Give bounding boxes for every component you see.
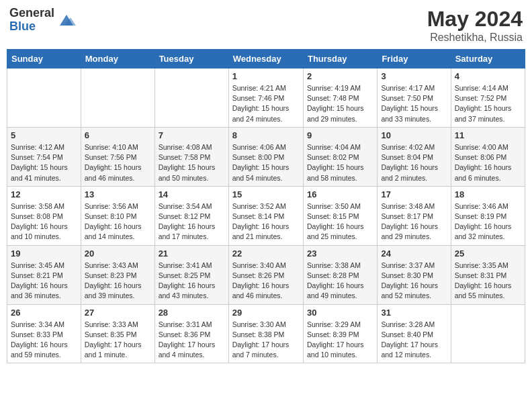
calendar-cell: 20Sunrise: 3:43 AMSunset: 8:23 PMDayligh…: [81, 245, 154, 304]
weekday-header-saturday: Saturday: [451, 50, 525, 68]
calendar-cell: 29Sunrise: 3:30 AMSunset: 8:38 PMDayligh…: [228, 304, 303, 363]
calendar-cell: 21Sunrise: 3:41 AMSunset: 8:25 PMDayligh…: [154, 245, 228, 304]
title-block: May 2024 Reshetikha, Russia: [427, 7, 523, 44]
day-number: 16: [307, 189, 373, 199]
weekday-header-monday: Monday: [81, 50, 154, 68]
calendar-cell: 22Sunrise: 3:40 AMSunset: 8:26 PMDayligh…: [228, 245, 303, 304]
logo-icon: [57, 11, 76, 30]
day-info: Sunrise: 4:21 AMSunset: 7:46 PMDaylight:…: [232, 83, 300, 124]
calendar-cell: 26Sunrise: 3:34 AMSunset: 8:33 PMDayligh…: [7, 304, 81, 363]
calendar-cell: 8Sunrise: 4:06 AMSunset: 8:00 PMDaylight…: [228, 127, 303, 186]
calendar-cell: 15Sunrise: 3:52 AMSunset: 8:14 PMDayligh…: [228, 186, 303, 245]
day-number: 17: [381, 189, 447, 199]
day-info: Sunrise: 4:19 AMSunset: 7:48 PMDaylight:…: [307, 83, 373, 124]
day-info: Sunrise: 4:06 AMSunset: 8:00 PMDaylight:…: [232, 142, 300, 183]
weekday-header-wednesday: Wednesday: [228, 50, 303, 68]
day-number: 13: [85, 189, 151, 199]
day-number: 26: [11, 308, 77, 318]
calendar-cell: 6Sunrise: 4:10 AMSunset: 7:56 PMDaylight…: [81, 127, 154, 186]
day-number: 21: [159, 248, 225, 259]
day-info: Sunrise: 3:30 AMSunset: 8:38 PMDaylight:…: [232, 320, 300, 361]
weekday-header-row: SundayMondayTuesdayWednesdayThursdayFrid…: [7, 50, 525, 68]
day-number: 6: [85, 130, 151, 140]
day-number: 24: [381, 248, 447, 259]
day-number: 19: [11, 248, 77, 259]
day-info: Sunrise: 3:35 AMSunset: 8:31 PMDaylight:…: [455, 261, 521, 302]
day-info: Sunrise: 3:37 AMSunset: 8:30 PMDaylight:…: [381, 261, 447, 302]
calendar-cell: 3Sunrise: 4:17 AMSunset: 7:50 PMDaylight…: [378, 68, 451, 128]
logo: General Blue: [9, 7, 76, 34]
day-number: 30: [307, 308, 373, 318]
calendar-cell: [7, 68, 81, 128]
day-info: Sunrise: 4:04 AMSunset: 8:02 PMDaylight:…: [307, 142, 373, 183]
day-number: 27: [85, 308, 151, 318]
day-number: 12: [11, 189, 77, 199]
day-number: 10: [381, 130, 447, 140]
day-number: 8: [232, 130, 300, 140]
day-info: Sunrise: 3:41 AMSunset: 8:25 PMDaylight:…: [159, 261, 225, 302]
day-info: Sunrise: 3:45 AMSunset: 8:21 PMDaylight:…: [11, 261, 77, 302]
calendar-cell: 17Sunrise: 3:48 AMSunset: 8:17 PMDayligh…: [378, 186, 451, 245]
calendar-cell: 2Sunrise: 4:19 AMSunset: 7:48 PMDaylight…: [303, 68, 377, 128]
day-info: Sunrise: 3:34 AMSunset: 8:33 PMDaylight:…: [11, 320, 77, 361]
calendar-cell: [81, 68, 154, 128]
calendar-cell: 14Sunrise: 3:54 AMSunset: 8:12 PMDayligh…: [154, 186, 228, 245]
calendar-week-1: 1Sunrise: 4:21 AMSunset: 7:46 PMDaylight…: [7, 68, 525, 128]
day-number: 9: [307, 130, 373, 140]
calendar-table: SundayMondayTuesdayWednesdayThursdayFrid…: [7, 49, 525, 363]
calendar-cell: 16Sunrise: 3:50 AMSunset: 8:15 PMDayligh…: [303, 186, 377, 245]
day-info: Sunrise: 3:28 AMSunset: 8:40 PMDaylight:…: [381, 320, 447, 361]
day-number: 14: [159, 189, 225, 199]
calendar-week-4: 19Sunrise: 3:45 AMSunset: 8:21 PMDayligh…: [7, 245, 525, 304]
calendar-week-2: 5Sunrise: 4:12 AMSunset: 7:54 PMDaylight…: [7, 127, 525, 186]
calendar-cell: 23Sunrise: 3:38 AMSunset: 8:28 PMDayligh…: [303, 245, 377, 304]
day-number: 15: [232, 189, 300, 199]
calendar-cell: 19Sunrise: 3:45 AMSunset: 8:21 PMDayligh…: [7, 245, 81, 304]
day-number: 2: [307, 71, 373, 81]
day-info: Sunrise: 3:56 AMSunset: 8:10 PMDaylight:…: [85, 201, 151, 242]
logo-general-text: General: [9, 7, 54, 20]
day-number: 23: [307, 248, 373, 259]
day-info: Sunrise: 3:58 AMSunset: 8:08 PMDaylight:…: [11, 201, 77, 242]
logo-blue-text: Blue: [9, 20, 54, 34]
day-number: 18: [455, 189, 521, 199]
day-info: Sunrise: 3:54 AMSunset: 8:12 PMDaylight:…: [159, 201, 225, 242]
calendar-cell: [451, 304, 525, 363]
day-number: 11: [455, 130, 521, 140]
calendar-cell: [154, 68, 228, 128]
calendar-location: Reshetikha, Russia: [427, 32, 523, 44]
day-info: Sunrise: 3:38 AMSunset: 8:28 PMDaylight:…: [307, 261, 373, 302]
day-number: 22: [232, 248, 300, 259]
calendar-cell: 24Sunrise: 3:37 AMSunset: 8:30 PMDayligh…: [378, 245, 451, 304]
calendar-cell: 18Sunrise: 3:46 AMSunset: 8:19 PMDayligh…: [451, 186, 525, 245]
day-number: 31: [381, 308, 447, 318]
day-info: Sunrise: 4:14 AMSunset: 7:52 PMDaylight:…: [455, 83, 521, 124]
calendar-cell: 11Sunrise: 4:00 AMSunset: 8:06 PMDayligh…: [451, 127, 525, 186]
day-info: Sunrise: 3:29 AMSunset: 8:39 PMDaylight:…: [307, 320, 373, 361]
day-info: Sunrise: 3:52 AMSunset: 8:14 PMDaylight:…: [232, 201, 300, 242]
calendar-cell: 13Sunrise: 3:56 AMSunset: 8:10 PMDayligh…: [81, 186, 154, 245]
calendar-week-5: 26Sunrise: 3:34 AMSunset: 8:33 PMDayligh…: [7, 304, 525, 363]
day-number: 29: [232, 308, 300, 318]
day-number: 1: [232, 71, 300, 81]
day-info: Sunrise: 3:33 AMSunset: 8:35 PMDaylight:…: [85, 320, 151, 361]
calendar-cell: 4Sunrise: 4:14 AMSunset: 7:52 PMDaylight…: [451, 68, 525, 128]
calendar-cell: 28Sunrise: 3:31 AMSunset: 8:36 PMDayligh…: [154, 304, 228, 363]
day-number: 3: [381, 71, 447, 81]
calendar-cell: 12Sunrise: 3:58 AMSunset: 8:08 PMDayligh…: [7, 186, 81, 245]
day-info: Sunrise: 3:31 AMSunset: 8:36 PMDaylight:…: [159, 320, 225, 361]
day-number: 28: [159, 308, 225, 318]
day-info: Sunrise: 3:48 AMSunset: 8:17 PMDaylight:…: [381, 201, 447, 242]
weekday-header-friday: Friday: [378, 50, 451, 68]
calendar-cell: 10Sunrise: 4:02 AMSunset: 8:04 PMDayligh…: [378, 127, 451, 186]
weekday-header-sunday: Sunday: [7, 50, 81, 68]
day-number: 4: [455, 71, 521, 81]
calendar-week-3: 12Sunrise: 3:58 AMSunset: 8:08 PMDayligh…: [7, 186, 525, 245]
day-info: Sunrise: 3:50 AMSunset: 8:15 PMDaylight:…: [307, 201, 373, 242]
page-header: General Blue May 2024 Reshetikha, Russia: [7, 7, 525, 44]
day-info: Sunrise: 4:00 AMSunset: 8:06 PMDaylight:…: [455, 142, 521, 183]
weekday-header-thursday: Thursday: [303, 50, 377, 68]
day-info: Sunrise: 3:40 AMSunset: 8:26 PMDaylight:…: [232, 261, 300, 302]
calendar-cell: 30Sunrise: 3:29 AMSunset: 8:39 PMDayligh…: [303, 304, 377, 363]
calendar-cell: 1Sunrise: 4:21 AMSunset: 7:46 PMDaylight…: [228, 68, 303, 128]
